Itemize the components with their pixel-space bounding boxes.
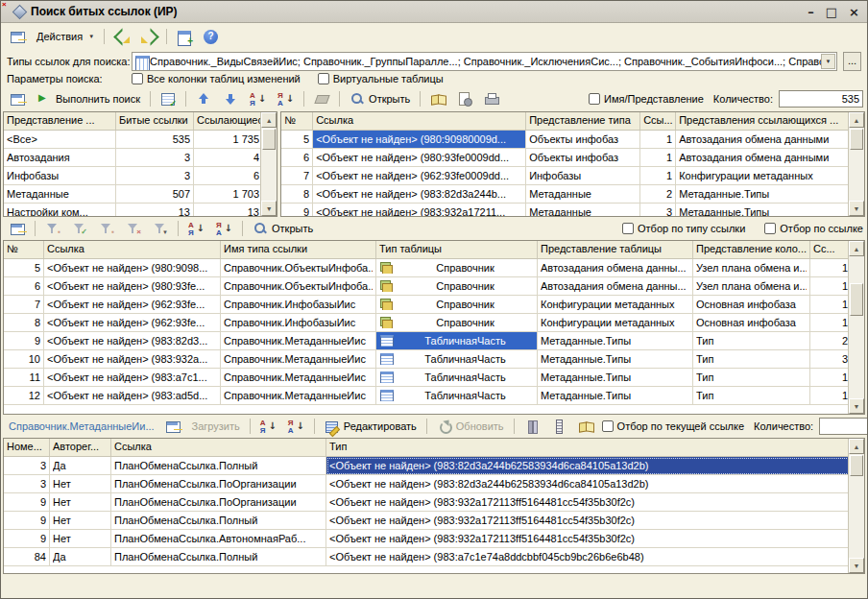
table-cell[interactable]: Нет (50, 512, 111, 530)
table-cell[interactable]: Справочник (376, 259, 538, 277)
table-cell[interactable]: ПланОбменаСсылка.Полный (111, 512, 326, 530)
link-types-choose-button[interactable]: ... (843, 52, 861, 71)
table-cell[interactable]: ПланОбменаСсылка.ПоОрганизации (111, 493, 326, 512)
table-row[interactable]: 6<Объект не найден> (980:93fe0009dd...Об… (281, 149, 848, 167)
table-cell[interactable]: 3 (116, 167, 194, 185)
table-cell[interactable]: 13 (116, 204, 194, 216)
table-row[interactable]: Инфобазы36 (4, 167, 260, 185)
vertical-scrollbar[interactable] (260, 112, 277, 216)
table-cell[interactable]: 7 (4, 296, 44, 314)
table-cell[interactable]: 5 (281, 131, 313, 149)
move-up-button[interactable] (191, 88, 216, 109)
checkbox-filter-by-type[interactable]: Отбор по типу ссылки (622, 223, 745, 234)
table-cell[interactable]: Метаданные (526, 185, 640, 204)
table-cell[interactable]: 6 (281, 149, 313, 167)
table-cell[interactable]: ТабличнаяЧасть (376, 350, 538, 369)
table-cell[interactable]: Метаданные.Типы (538, 350, 693, 369)
edit-button[interactable]: Редактировать (320, 416, 422, 437)
checkbox-box[interactable] (622, 223, 634, 234)
scroll-thumb[interactable] (850, 455, 863, 476)
filter-window-button[interactable] (94, 218, 119, 239)
table-cell[interactable]: 2 (640, 185, 676, 204)
table-cell[interactable]: Автозадания обмена данны... (538, 277, 693, 296)
table-cell[interactable]: Автозадания обмена данными (676, 149, 848, 167)
table-cell[interactable]: 1 (810, 277, 848, 296)
report-button[interactable] (425, 88, 450, 109)
column-header[interactable]: Ссылка (313, 112, 526, 130)
run-search-button[interactable]: Выполнить поиск (32, 88, 145, 109)
column-header[interactable]: Представления ссылающихся ... (676, 112, 848, 130)
table-cell[interactable]: 4 (194, 149, 260, 167)
close-button[interactable]: × (849, 6, 859, 18)
link-types-field[interactable]: Справочник._ВидыСвязейИис; Справочник._Г… (132, 52, 837, 71)
table-cell[interactable]: 1 703 (194, 185, 260, 204)
restore-settings-button[interactable] (109, 26, 134, 47)
table-cell[interactable]: Метаданные.Типы (538, 369, 693, 387)
table-cell[interactable]: 8 (4, 314, 44, 332)
table-row[interactable]: 9НетПланОбменаСсылка.Полный<Объект не на… (4, 512, 848, 530)
table-cell[interactable]: <Объект не найден> (962:93fe... (44, 296, 221, 314)
filter-settings-button[interactable] (40, 218, 65, 239)
column-header[interactable]: Имя типа ссылки (221, 241, 376, 258)
scroll-track[interactable] (849, 256, 864, 398)
table-cell[interactable]: 1 (810, 296, 848, 314)
checkbox-box[interactable] (132, 73, 143, 84)
table-cell[interactable]: Автозадания обмена данными (676, 131, 848, 149)
maximize-button[interactable]: □ (826, 6, 837, 18)
vertical-scrollbar[interactable] (848, 112, 864, 216)
list-settings-button[interactable] (5, 88, 30, 109)
column-header[interactable]: Номе... (4, 439, 50, 456)
clear-button[interactable] (309, 88, 334, 109)
filter-apply-button[interactable] (67, 218, 92, 239)
table-cell[interactable]: ТабличнаяЧасть (376, 369, 538, 387)
scroll-track[interactable] (849, 128, 864, 201)
column-header[interactable]: № (4, 241, 44, 258)
table-cell[interactable]: 3 (4, 457, 50, 475)
table-row[interactable]: <Все>5351 735 (4, 131, 260, 149)
table-cell[interactable]: Справочник.МетаданныеИис (221, 369, 376, 387)
checkbox-name-presentation[interactable]: Имя/Представление (589, 93, 704, 105)
column-header[interactable]: Представление ... (4, 112, 116, 130)
actions-menu-button[interactable]: Действия (32, 28, 99, 45)
table-row[interactable]: 9<Объект не найден> (983:82d3...Справочн… (4, 332, 848, 350)
table-row[interactable]: 3ДаПланОбменаСсылка.Полный<Объект не най… (4, 457, 848, 475)
table-row[interactable]: 9<Объект не найден> (983:932a17211...Мет… (281, 204, 848, 216)
sort-desc-button[interactable] (273, 88, 299, 109)
table-cell[interactable]: Инфобазы (4, 167, 116, 185)
table-cell[interactable]: 3 (4, 475, 50, 493)
table-cell[interactable]: Метаданные.Типы (676, 204, 848, 216)
vertical-scrollbar[interactable] (848, 439, 864, 573)
table-cell[interactable]: Автозадания (4, 149, 116, 167)
sort-desc-button[interactable] (283, 416, 309, 437)
table-cell[interactable]: 8 (281, 185, 313, 204)
table-cell[interactable]: Основная инфобаза (693, 296, 810, 314)
table-cell[interactable]: Объекты инфобаз (526, 149, 640, 167)
table-cell[interactable]: ТабличнаяЧасть (376, 332, 538, 350)
column-header[interactable]: Ссылка (111, 439, 326, 456)
table-cell[interactable]: <Объект не найден> (962:93fe0009dd... (313, 167, 526, 185)
table-cell[interactable]: Метаданные (4, 185, 116, 204)
checkbox-box[interactable] (602, 420, 614, 432)
table-cell[interactable]: Нет (50, 475, 111, 493)
table-cell[interactable]: <Объект не найден> (983:932a172113ff5164… (326, 493, 848, 512)
table-cell[interactable]: Тип (693, 332, 810, 350)
table-cell[interactable]: 3 (116, 149, 194, 167)
column-header[interactable]: Представление типа (526, 112, 640, 130)
table-cell[interactable]: Метаданные.Типы (676, 185, 848, 204)
link-types-dropdown-button[interactable] (821, 54, 835, 69)
table-cell[interactable]: <Объект не найден> (983:82d3a244b6258393… (326, 457, 848, 475)
scroll-up-button[interactable] (849, 439, 864, 454)
count-field[interactable] (779, 90, 863, 108)
table-cell[interactable]: Объекты инфобаз (526, 131, 640, 149)
table-cell[interactable]: <Объект не найден> (983:932a172113ff5164… (326, 530, 848, 548)
table-cell[interactable]: Тип (693, 350, 810, 369)
table-cell[interactable]: 3 (810, 350, 848, 369)
table-cell[interactable]: 11 (4, 369, 44, 387)
table-cell[interactable]: Справочник.ОбъектыИнфоба... (221, 277, 376, 296)
table-cell[interactable]: Узел плана обмена и... (693, 277, 810, 296)
table-cell[interactable]: Справочник.МетаданныеИис (221, 350, 376, 369)
table-cell[interactable]: 12 (4, 387, 44, 405)
column-header[interactable]: Ссылка (44, 241, 221, 258)
scroll-down-button[interactable] (849, 398, 864, 414)
table-cell[interactable]: Основная инфобаза (693, 314, 810, 332)
